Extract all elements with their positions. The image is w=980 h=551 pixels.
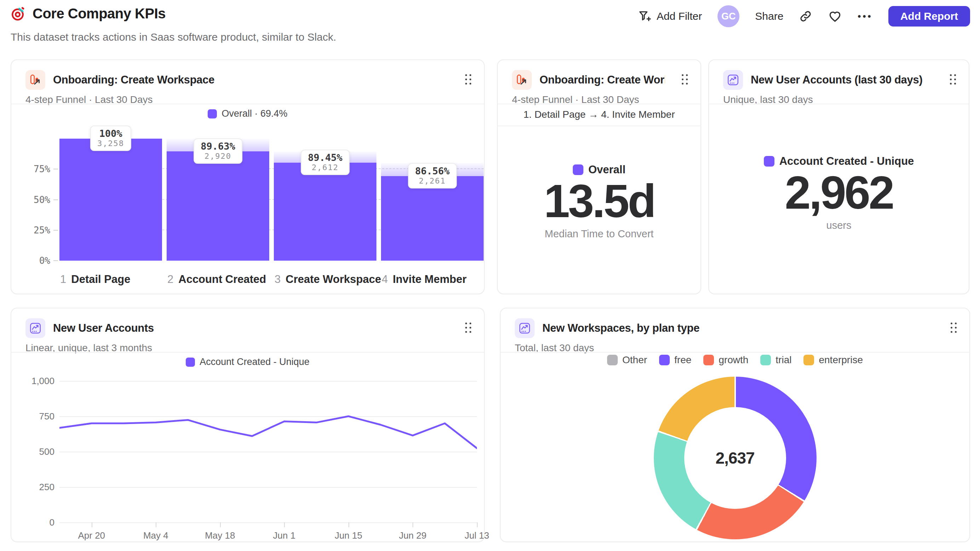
funnel-bar[interactable] xyxy=(381,176,484,260)
legend-swatch xyxy=(659,355,670,365)
card-title: New Workspaces, by plan type xyxy=(542,322,700,335)
legend-label: growth xyxy=(719,354,748,366)
legend-item[interactable]: Other xyxy=(607,354,647,366)
tick-mark xyxy=(53,169,58,169)
legend-swatch xyxy=(764,156,775,167)
funnel-bars-region: 1Detail Page100%3,2582Account Created89.… xyxy=(59,139,484,260)
card-donut-chart: New Workspaces, by plan type Total, last… xyxy=(500,308,970,542)
line-x-tick-label: Jun 1 xyxy=(273,530,296,541)
funnel-bar-column[interactable]: 100%3,258 xyxy=(59,139,162,260)
legend-item[interactable]: enterprise xyxy=(803,354,863,366)
line-x-tick-label: Jun 15 xyxy=(335,530,362,541)
funnel-bar[interactable] xyxy=(274,163,376,260)
funnel-bar-column[interactable]: 89.63%2,920 xyxy=(167,139,269,260)
legend-label: Overall xyxy=(589,164,625,176)
insights-chart-icon xyxy=(25,318,45,338)
line-y-tick-label: 500 xyxy=(24,446,54,457)
funnel-range-label: 1. Detail Page → 4. Invite Member xyxy=(498,104,700,126)
conversion-rate-label: 100% xyxy=(97,128,124,139)
tick-mark xyxy=(53,230,58,230)
line-chart-plot[interactable]: 02505007501,000Apr 20May 4May 18Jun 1Jun… xyxy=(24,381,477,543)
heart-icon xyxy=(828,9,842,23)
favorite-button[interactable] xyxy=(828,9,842,23)
legend-swatch xyxy=(208,109,217,119)
funnel-tooltip: 86.56%2,261 xyxy=(408,163,457,189)
more-menu-button[interactable]: ••• xyxy=(858,11,872,22)
line-x-tick-label: Jul 13 xyxy=(465,530,489,541)
divider xyxy=(501,352,969,353)
funnel-step-label: 1Detail Page xyxy=(60,273,130,286)
add-filter-button[interactable]: Add Filter xyxy=(638,9,702,23)
card-title: Onboarding: Create Workspace xyxy=(539,73,665,86)
card-line-chart: New User Accounts Linear, unique, last 3… xyxy=(11,308,485,542)
copy-link-button[interactable] xyxy=(799,10,812,23)
count-label: 2,261 xyxy=(415,176,450,185)
line-series-svg[interactable] xyxy=(59,381,477,524)
metric-caption: Median Time to Convert xyxy=(545,228,654,240)
card-title: New User Accounts xyxy=(53,322,154,335)
legend-label: Account Created - Unique xyxy=(780,155,914,168)
legend-item[interactable]: trial xyxy=(760,354,791,366)
share-button[interactable]: Share xyxy=(755,10,783,22)
funnel-step-label: 2Account Created xyxy=(167,273,266,286)
card-title: Onboarding: Create Workspace xyxy=(53,73,215,86)
funnel-legend[interactable]: Overall · 69.4% xyxy=(11,108,484,119)
line-x-tick-label: May 18 xyxy=(205,530,235,541)
funnel-step-label: 4Invite Member xyxy=(382,273,467,286)
drag-handle-icon[interactable] xyxy=(682,74,688,84)
nu30-legend[interactable]: Account Created - Unique xyxy=(764,155,914,168)
share-label: Share xyxy=(755,10,783,22)
line-x-tick-label: May 4 xyxy=(143,530,169,541)
funnel-tooltip: 100%3,258 xyxy=(90,125,131,151)
drag-handle-icon[interactable] xyxy=(465,322,471,333)
funnel-plot[interactable]: 0%25%50%75%1Detail Page100%3,2582Account… xyxy=(24,139,473,260)
drag-handle-icon[interactable] xyxy=(951,322,957,333)
funnel-bar[interactable] xyxy=(59,139,162,260)
funnel-y-tick: 50% xyxy=(26,195,58,205)
line-x-tick xyxy=(156,522,156,527)
donut-chart[interactable]: 2,637 xyxy=(654,376,816,539)
add-filter-label: Add Filter xyxy=(657,10,702,22)
funnel-chart-icon xyxy=(512,70,532,90)
funnel-bar-column[interactable]: 89.45%2,612 xyxy=(274,139,376,260)
conversion-rate-label: 89.63% xyxy=(200,141,235,152)
card-ttc-header: Onboarding: Create Workspace xyxy=(512,70,665,90)
ttc-legend[interactable]: Overall xyxy=(573,164,625,176)
line-x-tick xyxy=(348,522,349,527)
legend-label: Other xyxy=(622,354,647,366)
count-label: 3,258 xyxy=(97,139,124,148)
conversion-rate-label: 86.56% xyxy=(415,165,450,176)
unique-users-value: 2,962 xyxy=(785,168,892,218)
page-title: Core Company KPIs xyxy=(33,6,165,22)
add-report-button[interactable]: Add Report xyxy=(888,6,970,27)
insights-chart-icon xyxy=(723,70,743,90)
drag-handle-icon[interactable] xyxy=(950,74,956,84)
funnel-bar[interactable] xyxy=(167,151,269,260)
funnel-bar-column[interactable]: 86.56%2,261 xyxy=(381,139,484,260)
legend-label: trial xyxy=(775,354,791,366)
line-x-tick-label: Apr 20 xyxy=(78,530,105,541)
card-nu30-header: New User Accounts (last 30 days) xyxy=(723,70,933,90)
legend-item[interactable]: free xyxy=(659,354,691,366)
funnel-y-tick: 75% xyxy=(26,164,58,175)
line-y-tick-label: 250 xyxy=(24,482,54,493)
drag-handle-icon[interactable] xyxy=(465,74,471,84)
link-icon xyxy=(799,10,812,23)
funnel-tooltip: 89.63%2,920 xyxy=(194,138,242,164)
card-line-header: New User Accounts xyxy=(25,318,449,338)
legend-item[interactable]: growth xyxy=(703,354,748,366)
line-legend[interactable]: Account Created - Unique xyxy=(11,356,484,367)
funnel-chart-icon xyxy=(25,70,45,90)
avatar[interactable]: GC xyxy=(718,5,740,27)
donut-hole: 2,637 xyxy=(684,407,786,509)
line-y-tick-label: 750 xyxy=(24,411,54,422)
legend-label: enterprise xyxy=(819,354,863,366)
line-x-tick xyxy=(220,522,221,527)
legend-swatch xyxy=(573,164,584,175)
donut-legend: Otherfreegrowthtrialenterprise xyxy=(501,354,969,366)
tick-mark xyxy=(53,200,58,200)
page-header: Core Company KPIs xyxy=(11,6,165,22)
legend-label: Account Created - Unique xyxy=(199,356,310,367)
funnel-step-label: 3Create Workspace xyxy=(275,273,381,286)
line-series[interactable] xyxy=(59,416,477,448)
